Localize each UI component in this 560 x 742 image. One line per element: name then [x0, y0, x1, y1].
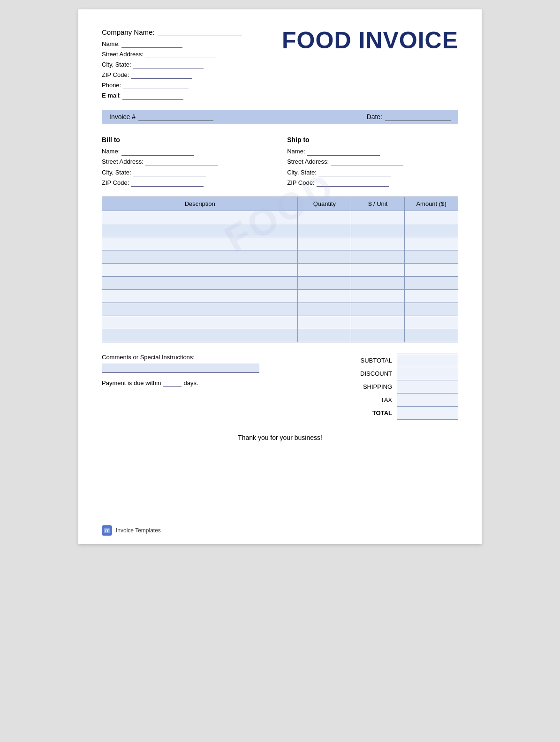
input-desc-6[interactable] — [102, 290, 297, 303]
input-amount-0[interactable] — [405, 211, 458, 224]
invoice-number-input[interactable] — [138, 113, 213, 121]
input-desc-5[interactable] — [102, 277, 297, 289]
input-unit-4[interactable] — [351, 264, 404, 276]
cell-desc-7 — [102, 303, 298, 316]
table-row — [102, 276, 458, 289]
cell-amount-5 — [405, 276, 458, 289]
city-row: City, State: — [102, 60, 242, 70]
cell-desc-5 — [102, 276, 298, 289]
input-qty-5[interactable] — [298, 277, 351, 289]
bill-street-input[interactable] — [145, 158, 218, 166]
tax-input[interactable] — [401, 395, 454, 404]
input-desc-9[interactable] — [102, 329, 297, 342]
bill-city-input[interactable] — [133, 168, 206, 176]
footer-logo-icon: IT — [104, 527, 110, 534]
input-qty-7[interactable] — [298, 303, 351, 316]
phone-label: Phone: — [102, 80, 121, 91]
cell-unit-6 — [351, 289, 405, 303]
input-amount-2[interactable] — [405, 237, 458, 250]
ship-city-label: City, State: — [287, 167, 317, 178]
cell-unit-0 — [351, 211, 405, 224]
input-unit-1[interactable] — [351, 224, 404, 237]
ship-to-title: Ship to — [287, 135, 458, 146]
input-desc-3[interactable] — [102, 250, 297, 263]
name-input[interactable] — [121, 40, 182, 48]
input-qty-9[interactable] — [298, 329, 351, 342]
ship-street-input[interactable] — [331, 158, 403, 166]
comments-input[interactable] — [102, 363, 259, 373]
input-amount-4[interactable] — [405, 264, 458, 276]
input-qty-3[interactable] — [298, 250, 351, 263]
discount-row: DISCOUNT — [309, 367, 458, 380]
email-input[interactable] — [122, 92, 183, 100]
invoice-number-section: Invoice # — [109, 113, 213, 121]
cell-qty-6 — [298, 289, 351, 303]
cell-unit-9 — [351, 329, 405, 342]
email-row: E-mail: — [102, 91, 242, 101]
input-amount-3[interactable] — [405, 250, 458, 263]
cell-unit-5 — [351, 276, 405, 289]
input-unit-3[interactable] — [351, 250, 404, 263]
shipping-value-cell — [397, 380, 458, 393]
tax-value-cell — [397, 393, 458, 406]
cell-unit-4 — [351, 263, 405, 276]
cell-qty-0 — [298, 211, 351, 224]
input-desc-4[interactable] — [102, 264, 297, 276]
email-label: E-mail: — [102, 91, 121, 101]
input-qty-4[interactable] — [298, 264, 351, 276]
date-input[interactable] — [385, 113, 451, 121]
input-amount-9[interactable] — [405, 329, 458, 342]
input-unit-7[interactable] — [351, 303, 404, 316]
ship-name-input[interactable] — [307, 148, 380, 156]
subtotal-input[interactable] — [401, 356, 454, 365]
subtotal-row: SUBTOTAL — [309, 354, 458, 367]
city-input[interactable] — [133, 61, 204, 68]
input-qty-8[interactable] — [298, 316, 351, 329]
input-amount-7[interactable] — [405, 303, 458, 316]
shipping-input[interactable] — [401, 382, 454, 391]
input-qty-2[interactable] — [298, 237, 351, 250]
street-input[interactable] — [145, 51, 216, 58]
input-unit-2[interactable] — [351, 237, 404, 250]
invoice-title: FOOD INVOICE — [282, 28, 458, 53]
phone-input[interactable] — [123, 82, 189, 89]
payment-days-input[interactable] — [163, 379, 182, 387]
table-row — [102, 224, 458, 237]
input-unit-0[interactable] — [351, 211, 404, 224]
input-qty-0[interactable] — [298, 211, 351, 224]
ship-zip-input[interactable] — [317, 179, 389, 187]
company-name-input[interactable] — [158, 28, 242, 36]
ship-city-input[interactable] — [318, 168, 391, 176]
input-desc-2[interactable] — [102, 237, 297, 250]
cell-qty-9 — [298, 329, 351, 342]
invoice-page: FOOD Company Name: Name: Street Address:… — [78, 9, 482, 544]
input-qty-6[interactable] — [298, 290, 351, 303]
input-unit-9[interactable] — [351, 329, 404, 342]
input-desc-1[interactable] — [102, 224, 297, 237]
input-unit-6[interactable] — [351, 290, 404, 303]
input-desc-0[interactable] — [102, 211, 297, 224]
total-input[interactable] — [401, 409, 454, 417]
bill-name-input[interactable] — [121, 148, 194, 156]
ship-zip-row: ZIP Code: — [287, 178, 458, 188]
shipping-label: SHIPPING — [309, 380, 397, 393]
bill-ship-section: Bill to Name: Street Address: City, Stat… — [102, 135, 458, 188]
input-unit-5[interactable] — [351, 277, 404, 289]
input-qty-1[interactable] — [298, 224, 351, 237]
thank-you-text: Thank you for your business! — [102, 434, 458, 441]
input-desc-8[interactable] — [102, 316, 297, 329]
input-amount-1[interactable] — [405, 224, 458, 237]
zip-input[interactable] — [131, 71, 192, 79]
cell-qty-4 — [298, 263, 351, 276]
col-quantity: Quantity — [298, 197, 351, 211]
col-unit-price: $ / Unit — [351, 197, 405, 211]
discount-input[interactable] — [401, 369, 454, 378]
input-amount-8[interactable] — [405, 316, 458, 329]
input-amount-5[interactable] — [405, 277, 458, 289]
input-amount-6[interactable] — [405, 290, 458, 303]
bill-zip-row: ZIP Code: — [102, 178, 273, 188]
bill-zip-input[interactable] — [131, 179, 204, 187]
input-unit-8[interactable] — [351, 316, 404, 329]
input-desc-7[interactable] — [102, 303, 297, 316]
cell-unit-3 — [351, 250, 405, 263]
